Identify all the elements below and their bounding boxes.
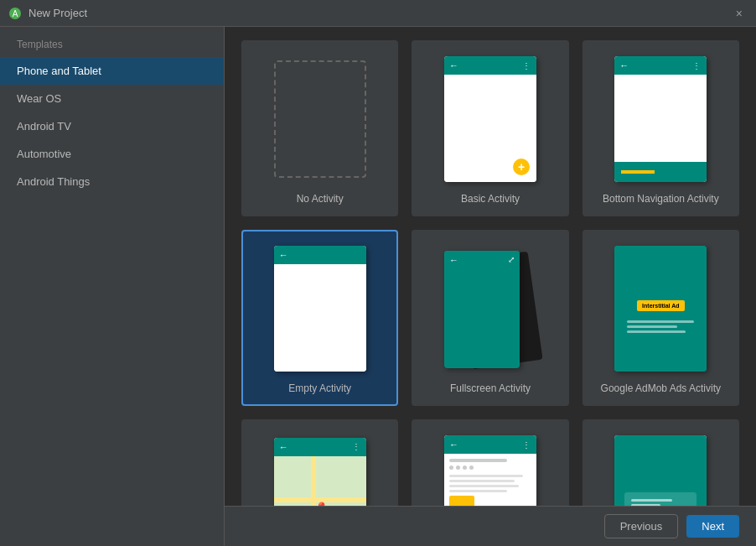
template-grid: No Activity ← ⋮ +	[241, 40, 739, 506]
admob-line-2	[627, 325, 677, 328]
main-container: Templates Phone and Tablet Wear OS Andro…	[0, 27, 756, 546]
next-button[interactable]: Next	[686, 515, 739, 538]
bottom-nav-body	[614, 75, 707, 162]
basic-phone-mockup: ← ⋮ +	[444, 56, 536, 182]
fullscreen-preview-wrap: ← ⤢	[432, 242, 549, 376]
nav-indicator	[621, 170, 655, 174]
admob-line-1	[627, 320, 694, 323]
template-card-map[interactable]: ← ⋮ 📍 Google Maps Activity	[241, 419, 398, 506]
scroll-line-3	[449, 485, 519, 487]
sidebar-item-phone-tablet[interactable]: Phone and Tablet	[0, 57, 224, 85]
template-label-bottom-nav: Bottom Navigation Activity	[603, 193, 719, 205]
menu-dots-icon: ⋮	[352, 442, 361, 451]
scroll-dot-3	[463, 465, 467, 470]
scroll-title-line	[449, 459, 507, 462]
back-arrow-icon: ←	[449, 60, 458, 70]
login-mockup	[614, 435, 707, 506]
map-mockup: ← ⋮ 📍	[274, 438, 366, 507]
map-preview-wrap: ← ⋮ 📍	[261, 431, 379, 506]
template-card-login[interactable]: Login Activity	[583, 419, 739, 506]
template-card-fullscreen[interactable]: ← ⤢ Fullscreen Activity	[412, 230, 568, 406]
diagonal-phone: ← ⤢	[436, 244, 545, 374]
footer-bar: Previous Next	[225, 506, 756, 546]
menu-dots-icon: ⋮	[522, 61, 531, 70]
bottom-nav-preview: ← ⋮	[602, 52, 719, 186]
admob-mockup: Interstitial Ad	[614, 246, 707, 372]
phone-front: ← ⤢	[444, 251, 520, 368]
template-card-basic-activity[interactable]: ← ⋮ + Basic Activity	[412, 40, 568, 216]
fab-icon: +	[513, 159, 530, 175]
admob-line-3	[627, 330, 686, 333]
scroll-line-4	[449, 490, 507, 492]
menu-dots-icon: ⋮	[522, 440, 531, 450]
template-label-fullscreen: Fullscreen Activity	[450, 382, 531, 394]
bottom-nav-mockup: ← ⋮	[614, 56, 707, 182]
scroll-toolbar: ← ⋮	[444, 435, 536, 454]
template-card-admob[interactable]: Interstitial Ad Google AdMob Ads	[583, 230, 739, 406]
template-label-admob: Google AdMob Ads Activity	[601, 382, 721, 394]
empty-phone-mockup: ←	[274, 246, 366, 372]
back-arrow-icon: ←	[449, 255, 458, 265]
scroll-line-2	[449, 480, 515, 482]
sidebar-item-android-things[interactable]: Android Things	[0, 168, 224, 195]
template-card-bottom-nav[interactable]: ← ⋮ Bottom Navigation Activity	[583, 40, 739, 216]
window-title: New Project	[28, 7, 87, 19]
no-activity-dashed-box	[274, 60, 366, 178]
template-label-basic-activity: Basic Activity	[461, 193, 520, 205]
map-road-v	[311, 456, 316, 507]
scrolling-preview-wrap: ← ⋮	[432, 431, 549, 506]
scroll-dot-1	[449, 465, 453, 470]
bottom-nav-toolbar: ← ⋮	[614, 56, 707, 75]
basic-activity-preview: ← ⋮ +	[432, 52, 549, 186]
empty-activity-preview: ←	[261, 242, 379, 376]
sidebar: Templates Phone and Tablet Wear OS Andro…	[0, 27, 225, 546]
login-line-1	[631, 499, 672, 502]
login-body	[614, 454, 707, 506]
bottom-nav-bar	[614, 162, 707, 182]
template-grid-scroll[interactable]: No Activity ← ⋮ +	[225, 27, 756, 506]
scroll-dot-2	[456, 465, 460, 470]
back-arrow-icon: ←	[279, 250, 288, 260]
sidebar-item-android-tv[interactable]: Android TV	[0, 112, 224, 140]
admob-body: Interstitial Ad	[614, 264, 707, 372]
admob-toolbar	[614, 246, 707, 264]
expand-icon: ⤢	[508, 255, 515, 264]
basic-body: +	[444, 75, 536, 182]
scroll-dot-4	[469, 465, 474, 470]
menu-dots-icon: ⋮	[692, 61, 702, 70]
admob-content: Interstitial Ad	[614, 300, 707, 335]
map-toolbar: ← ⋮	[274, 438, 366, 456]
map-body: 📍	[274, 456, 366, 507]
sidebar-item-automotive[interactable]: Automotive	[0, 140, 224, 168]
template-card-scrolling[interactable]: ← ⋮	[412, 419, 568, 506]
back-arrow-icon: ←	[619, 60, 629, 70]
basic-toolbar: ← ⋮	[444, 56, 536, 75]
content-area: No Activity ← ⋮ +	[225, 27, 756, 546]
back-arrow-icon: ←	[449, 439, 458, 450]
scroll-body	[444, 454, 536, 506]
admob-ad-badge: Interstitial Ad	[637, 300, 684, 311]
no-activity-preview	[261, 52, 379, 186]
sidebar-item-wear-os[interactable]: Wear OS	[0, 85, 224, 112]
admob-lines	[620, 318, 701, 335]
login-preview-wrap	[602, 431, 719, 506]
empty-toolbar: ←	[274, 246, 366, 264]
close-button[interactable]: ×	[731, 3, 748, 23]
admob-preview-wrap: Interstitial Ad	[602, 242, 719, 376]
svg-text:A: A	[13, 9, 18, 18]
template-label-empty-activity: Empty Activity	[288, 382, 351, 394]
scroll-dots	[449, 465, 531, 470]
map-pin-icon: 📍	[314, 502, 329, 506]
sidebar-section-label: Templates	[0, 27, 224, 57]
scroll-fab	[449, 496, 474, 506]
template-card-empty-activity[interactable]: ← Empty Activity	[241, 230, 398, 406]
scroll-line-1	[449, 475, 523, 477]
template-label-no-activity: No Activity	[297, 193, 344, 205]
login-line-2	[631, 504, 660, 507]
template-card-no-activity[interactable]: No Activity	[241, 40, 398, 216]
previous-button[interactable]: Previous	[604, 514, 679, 538]
title-bar: A New Project ×	[0, 0, 756, 27]
scroll-mockup: ← ⋮	[444, 435, 536, 506]
empty-body	[274, 264, 366, 372]
login-toolbar	[614, 435, 707, 454]
